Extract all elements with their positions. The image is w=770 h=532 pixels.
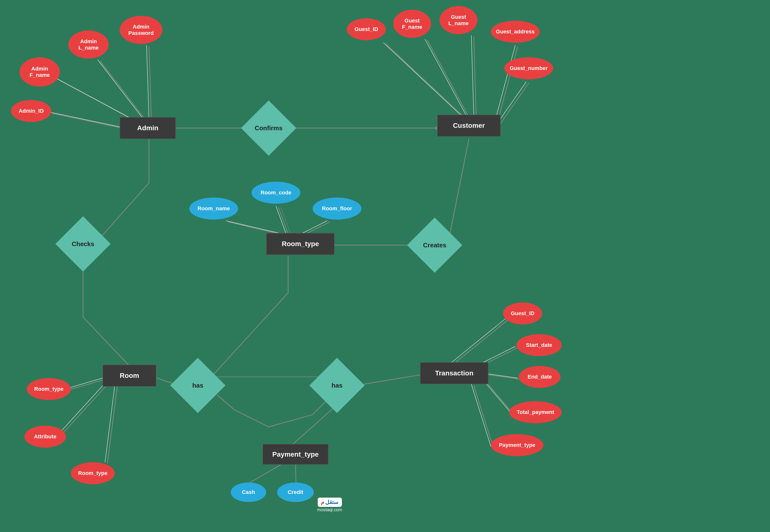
attr-guest-addr: Guest_address — [491, 21, 540, 43]
attr-admin-fname: AdminF_name — [20, 57, 60, 87]
svg-line-35 — [449, 139, 469, 237]
svg-line-54 — [454, 316, 513, 363]
entity-room: Room — [102, 365, 156, 387]
svg-line-66 — [293, 405, 337, 444]
svg-line-64 — [249, 465, 281, 483]
watermark-url: mostaql.com — [317, 507, 342, 512]
svg-line-62 — [474, 385, 493, 448]
svg-line-33 — [305, 222, 330, 234]
svg-line-58 — [486, 374, 520, 379]
svg-line-12 — [474, 37, 476, 117]
svg-line-5 — [146, 45, 149, 118]
svg-line-38 — [213, 293, 288, 376]
attr-start-date: Start_date — [516, 334, 562, 356]
svg-line-15 — [496, 45, 515, 118]
attr-guest-lname: GuestL_name — [440, 6, 477, 34]
attr-admin-pwd: AdminPassword — [120, 16, 162, 44]
svg-line-25 — [83, 317, 129, 366]
watermark: مستقل mostaql.com — [317, 498, 342, 512]
diagram-canvas: Admin Customer Room_type Room Transactio… — [0, 0, 770, 532]
svg-line-56 — [486, 348, 518, 363]
svg-line-6 — [52, 113, 122, 128]
svg-line-8 — [386, 44, 464, 117]
attr-room-code: Room_code — [252, 182, 300, 204]
svg-line-31 — [276, 206, 286, 233]
svg-line-29 — [226, 221, 278, 233]
svg-line-16 — [498, 83, 529, 127]
attr-cash: Cash — [231, 482, 266, 502]
entity-transaction: Transaction — [420, 362, 488, 384]
svg-line-61 — [483, 381, 510, 412]
entity-customer: Customer — [437, 115, 501, 137]
watermark-logo: مستقل — [318, 498, 342, 507]
svg-line-60 — [486, 382, 513, 413]
attr-credit: Credit — [277, 482, 314, 502]
connector-lines — [0, 0, 770, 532]
svg-line-63 — [471, 384, 491, 446]
svg-line-13 — [471, 35, 474, 116]
svg-line-57 — [483, 346, 515, 362]
svg-line-30 — [278, 207, 288, 234]
svg-line-10 — [427, 40, 469, 117]
svg-line-55 — [452, 315, 510, 362]
svg-line-59 — [483, 373, 518, 378]
attr-room-type-r2: Room_type — [71, 462, 115, 484]
svg-line-7 — [50, 112, 120, 127]
svg-line-52 — [107, 387, 117, 463]
attr-guest-num: Guest_number — [504, 57, 553, 79]
svg-line-28 — [228, 222, 281, 234]
attr-admin-id: Admin_ID — [11, 100, 51, 122]
attr-admin-lname: AdminL_name — [68, 30, 109, 59]
attr-guest-fname: GuestF_name — [393, 10, 431, 38]
svg-line-9 — [383, 43, 461, 116]
attr-room-name: Room_name — [189, 198, 238, 220]
entity-room-type: Room_type — [266, 233, 335, 255]
entity-payment-type: Payment_type — [263, 444, 329, 465]
svg-line-14 — [498, 46, 518, 120]
svg-line-32 — [281, 207, 291, 234]
attr-end-date: End_date — [519, 366, 560, 388]
attr-pay-type-t: Payment_type — [491, 434, 543, 456]
svg-line-4 — [149, 46, 151, 120]
svg-line-65 — [296, 465, 296, 483]
svg-line-53 — [105, 385, 115, 462]
svg-line-44 — [235, 410, 269, 427]
attr-room-floor: Room_floor — [313, 198, 361, 220]
attr-guest-id-c: Guest_ID — [347, 18, 386, 40]
svg-line-23 — [101, 183, 149, 237]
svg-line-11 — [425, 39, 466, 116]
svg-line-34 — [303, 221, 327, 233]
svg-line-45 — [269, 415, 313, 427]
attr-guest-id-t: Guest_ID — [503, 302, 542, 324]
attr-attribute-r: Attribute — [24, 426, 66, 448]
attr-total-pay: Total_payment — [509, 401, 562, 423]
entity-admin: Admin — [120, 117, 176, 139]
svg-line-42 — [357, 374, 422, 385]
svg-line-43 — [217, 395, 235, 410]
attr-room-type-r: Room_type — [27, 378, 71, 400]
